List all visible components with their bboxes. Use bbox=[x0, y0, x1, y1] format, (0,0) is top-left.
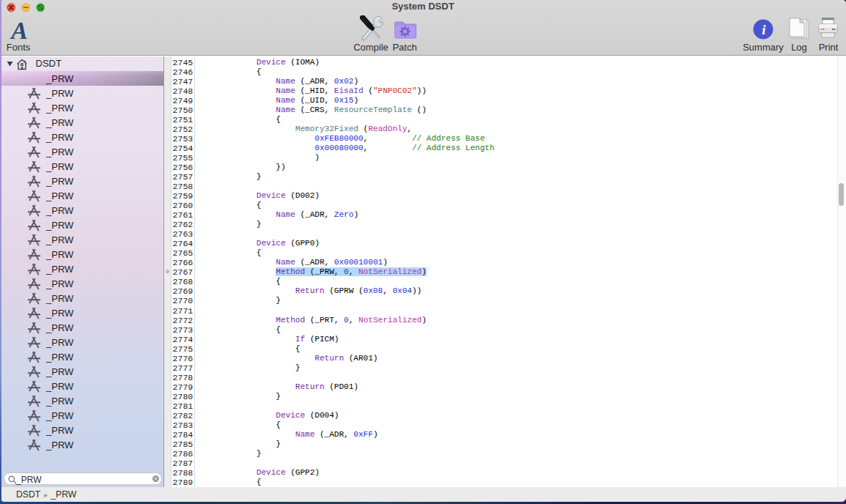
svg-text:i: i bbox=[762, 22, 766, 37]
